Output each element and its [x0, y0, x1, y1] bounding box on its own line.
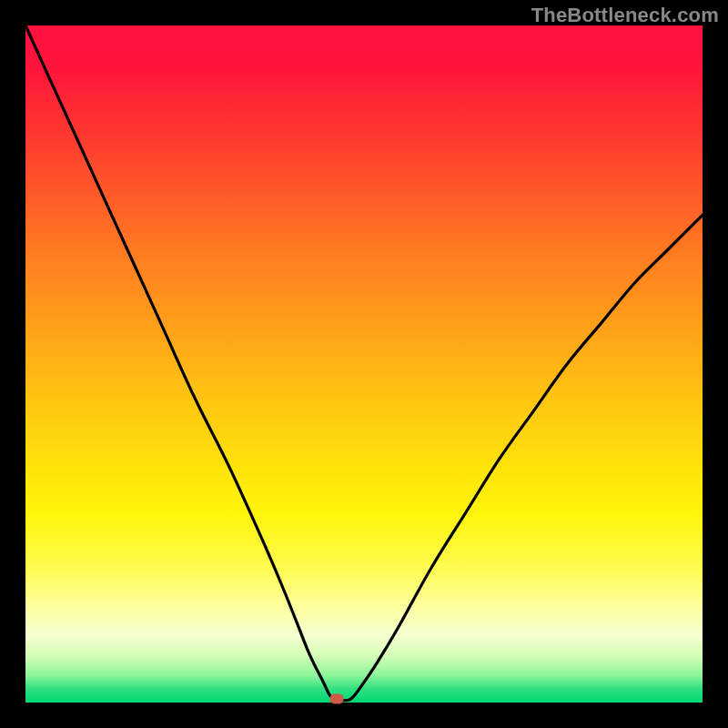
watermark-text: TheBottleneck.com — [531, 4, 719, 27]
plot-area — [25, 25, 703, 703]
chart-frame: TheBottleneck.com — [0, 0, 728, 728]
min-marker — [330, 694, 344, 704]
bottleneck-curve — [25, 25, 703, 703]
